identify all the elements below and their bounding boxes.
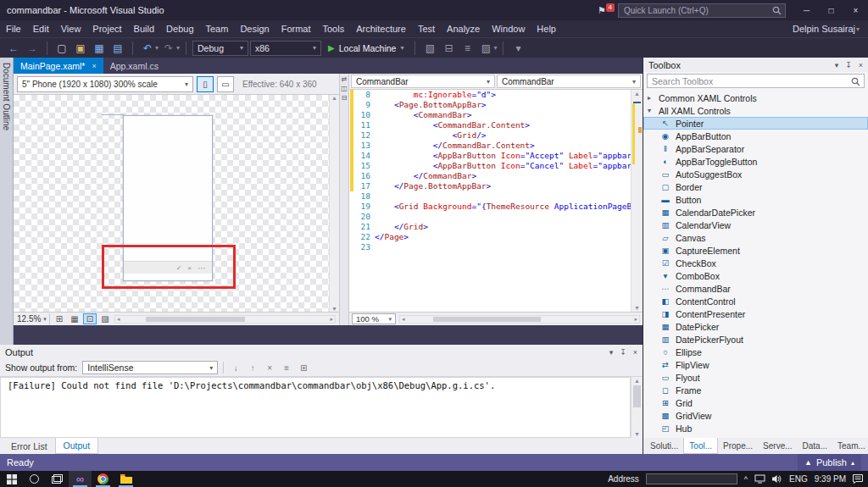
chevron-down-icon[interactable]: ▾ (176, 44, 180, 52)
scrollbar-thumb[interactable] (633, 385, 641, 407)
menu-item-architecture[interactable]: Architecture (350, 20, 412, 37)
scroll-up-icon[interactable]: ▲ (632, 378, 643, 384)
code-line-11[interactable]: <CommandBar.Content> (375, 120, 631, 130)
toolbox-group-common-xaml-controls[interactable]: ▸ Common XAML Controls (643, 91, 868, 104)
output-source-select[interactable]: IntelliSense ▾ (82, 361, 218, 374)
chevron-down-icon[interactable]: ▾ (493, 44, 497, 52)
toolbox-item-flyout[interactable]: ▭Flyout (643, 371, 868, 384)
breadcrumb-member-select[interactable]: CommandBar ▾ (497, 75, 641, 88)
toolbox-item-appbarbutton[interactable]: ◉AppBarButton (643, 130, 868, 142)
panel-tab-tool[interactable]: Tool... (683, 438, 718, 454)
solution-platform-select[interactable]: x86▾ (250, 41, 321, 56)
comment-icon[interactable]: ≡ (459, 40, 476, 57)
designer-zoom-value[interactable]: 12.5% (17, 314, 41, 324)
output-vertical-scrollbar[interactable]: ▲ ▼ (631, 377, 643, 438)
start-button[interactable] (0, 471, 23, 487)
menu-item-edit[interactable]: Edit (27, 20, 55, 37)
new-file-icon[interactable]: ▢ (53, 40, 70, 57)
designer-editor-splitter[interactable]: ⇄ ◫ ⊟ (339, 74, 349, 325)
code-line-9[interactable]: <Page.BottomAppBar> (375, 100, 631, 110)
editor-code[interactable]: mc:Ignorable="d"> <Page.BottomAppBar> <C… (375, 90, 631, 312)
network-icon[interactable] (754, 474, 765, 484)
toolbox-item-calendardatepicker[interactable]: ▦CalendarDatePicker (643, 206, 868, 219)
toolbox-item-autosuggestbox[interactable]: ▭AutoSuggestBox (643, 168, 868, 180)
code-line-21[interactable]: </Grid> (375, 222, 631, 232)
menu-item-view[interactable]: View (55, 20, 87, 37)
toolbox-item-contentcontrol[interactable]: ◧ContentControl (643, 295, 868, 307)
toolbox-item-canvas[interactable]: ▱Canvas (643, 231, 868, 244)
code-line-10[interactable]: <CommandBar> (375, 110, 631, 120)
scroll-down-icon[interactable]: ▼ (331, 306, 337, 312)
code-editor[interactable]: 891011121314151617181920212223 mc:Ignora… (349, 90, 631, 312)
undo-icon[interactable]: ↶ (139, 40, 156, 57)
vertical-split-icon[interactable]: ◫ (341, 85, 348, 92)
save-icon[interactable]: ▦ (91, 40, 108, 57)
code-line-13[interactable]: </CommandBar.Content> (375, 141, 631, 151)
open-file-icon[interactable]: ▣ (72, 40, 89, 57)
toolbar-overflow-icon[interactable]: ▾ (509, 40, 526, 57)
toolbox-item-contentpresenter[interactable]: ◨ContentPresenter (643, 307, 868, 320)
action-center-icon[interactable] (853, 474, 863, 484)
window-position-icon[interactable]: ▾ (609, 348, 614, 357)
menu-item-debug[interactable]: Debug (160, 20, 199, 37)
code-line-22[interactable]: </Page> (375, 232, 631, 242)
toolbox-item-calendarview[interactable]: ▥CalendarView (643, 219, 868, 231)
code-line-20[interactable] (375, 212, 631, 222)
scroll-left-icon[interactable]: ◂ (402, 316, 405, 323)
device-selector[interactable]: 5" Phone (1920 x 1080) 300% scale ▾ (17, 76, 193, 92)
code-line-18[interactable] (375, 191, 631, 202)
tab-app-xaml-cs[interactable]: App.xaml.cs (103, 58, 165, 74)
build-icon[interactable]: ▧ (421, 40, 438, 57)
notifications-flag-icon[interactable]: ⚑4 (593, 5, 611, 16)
scroll-left-icon[interactable]: ◂ (117, 316, 120, 323)
scroll-right-icon[interactable]: ▸ (634, 316, 637, 323)
toolbox-item-gridview[interactable]: ▩GridView (643, 409, 868, 422)
publish-button[interactable]: ▲ Publish ▴ (798, 454, 861, 471)
find-message-icon[interactable]: ↓ (229, 363, 242, 373)
scroll-down-icon[interactable]: ▼ (632, 305, 643, 311)
toolbox-item-captureelement[interactable]: ▣CaptureElement (643, 244, 868, 257)
redo-icon[interactable]: ↷ (160, 40, 177, 57)
chevron-down-icon[interactable]: ▾ (155, 44, 159, 52)
breadcrumb-element-select[interactable]: CommandBar ▾ (351, 75, 495, 88)
close-icon[interactable]: × (859, 61, 863, 69)
show-hidden-icons-chevron[interactable]: ^ (744, 475, 748, 484)
pin-icon[interactable]: ↧ (845, 61, 852, 69)
cortana-search-button[interactable] (23, 471, 46, 487)
code-line-23[interactable] (375, 242, 631, 252)
code-line-8[interactable]: mc:Ignorable="d"> (375, 90, 631, 100)
find-in-files-icon[interactable]: ⊟ (440, 40, 457, 57)
previous-message-icon[interactable]: ↑ (246, 363, 259, 373)
toolbox-item-appbartogglebutton[interactable]: ◐AppBarToggleButton (643, 155, 868, 168)
snaplines-icon[interactable]: ⊡ (83, 313, 97, 324)
editor-horizontal-scrollbar[interactable]: ◂ ▸ (399, 315, 640, 324)
code-line-19[interactable]: <Grid Background="{ThemeResource Applica… (375, 202, 631, 212)
close-icon[interactable]: × (92, 62, 96, 70)
code-line-12[interactable]: <Grid/> (375, 130, 631, 141)
menu-item-project[interactable]: Project (86, 20, 127, 37)
menu-item-file[interactable]: File (0, 20, 27, 37)
chevron-down-icon[interactable]: ▾ (43, 316, 47, 323)
solution-configuration-select[interactable]: Debug▾ (192, 41, 248, 56)
close-icon[interactable]: × (633, 348, 637, 357)
start-debug-button[interactable]: ▶Local Machine▾ (323, 40, 409, 57)
toolbox-item-checkbox[interactable]: ☑CheckBox (643, 257, 868, 269)
navigate-forward-icon[interactable]: → (24, 40, 41, 57)
task-view-button[interactable] (46, 471, 69, 487)
output-log[interactable]: [Failure] Could not find file 'D:\Projec… (0, 377, 631, 438)
taskbar-chrome-button[interactable] (92, 471, 114, 487)
pin-icon[interactable]: ↧ (620, 348, 626, 357)
toolbox-item-flipview[interactable]: ⇄FlipView (643, 358, 868, 371)
close-button[interactable]: × (843, 0, 868, 20)
panel-tab-soluti[interactable]: Soluti... (645, 438, 683, 454)
scrollbar-thumb[interactable] (146, 317, 245, 322)
snap-grid-icon[interactable]: ▦ (68, 313, 81, 324)
scroll-up-icon[interactable]: ▲ (331, 95, 337, 101)
taskbar-file-explorer-button[interactable] (114, 471, 137, 487)
designer-horizontal-scrollbar[interactable]: ◂ ▸ (114, 315, 336, 324)
editor-vertical-scrollbar[interactable]: ▲ ▼ (631, 90, 643, 312)
tab-mainpage-xaml[interactable]: MainPage.xaml* × (14, 58, 103, 74)
designer-canvas[interactable]: ✓ × ⋯ (14, 95, 329, 312)
toolbox-header[interactable]: Toolbox ▾ ↧ × (643, 58, 868, 72)
quick-launch-input[interactable] (618, 3, 786, 18)
